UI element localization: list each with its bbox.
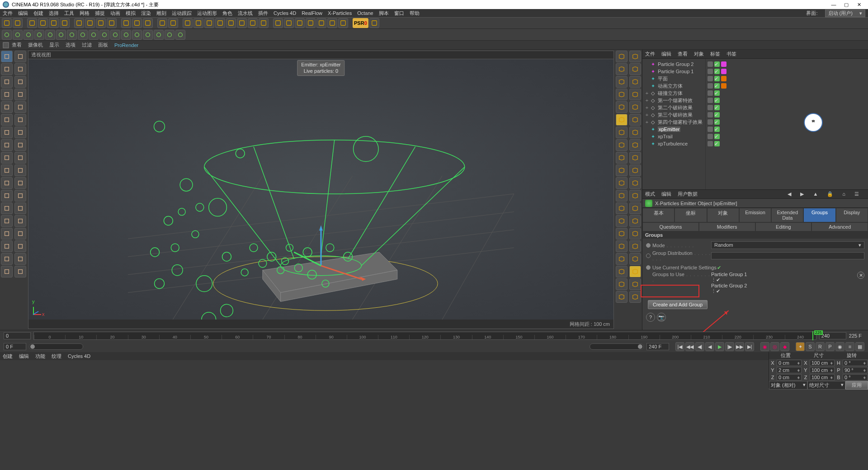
frame-fwd-button[interactable]: |▶ <box>725 342 734 351</box>
right-tool-0-18[interactable] <box>616 278 627 290</box>
render-view-button[interactable] <box>121 18 131 28</box>
bend-button[interactable] <box>284 18 294 28</box>
timeline-start[interactable]: 0 <box>4 332 31 339</box>
left-tool-0-12[interactable] <box>1 202 13 214</box>
right-tool-1-10[interactable] <box>629 177 641 189</box>
object-row[interactable]: +◇碰撞立方体 <box>644 89 703 97</box>
camera-button[interactable] <box>248 18 258 28</box>
viewstrip-过滤[interactable]: 过滤 <box>82 42 92 48</box>
objmenu-标签[interactable]: 标签 <box>710 51 720 57</box>
object-manager[interactable]: ✦Particle Group 2✦Particle Group 1✦平面✦动画… <box>642 59 868 190</box>
axis-x-button[interactable] <box>74 18 84 28</box>
objmenu-文件[interactable]: 文件 <box>645 51 655 57</box>
right-tool-0-14[interactable] <box>616 228 627 240</box>
axis-z-button[interactable] <box>96 18 106 28</box>
left-tool-1-13[interactable] <box>14 215 26 227</box>
right-tool-1-3[interactable] <box>629 89 641 100</box>
menu-模拟[interactable]: 模拟 <box>126 10 136 17</box>
menu-帮助[interactable]: 帮助 <box>410 10 420 17</box>
matmenu-功能[interactable]: 功能 <box>35 353 45 360</box>
viewstrip-选项[interactable]: 选项 <box>66 42 75 48</box>
right-tool-1-2[interactable] <box>629 76 641 88</box>
menu-捕捉[interactable]: 捕捉 <box>95 10 105 17</box>
nav-fwd-icon[interactable]: ▶ <box>800 191 804 197</box>
tab-Display[interactable]: Display <box>836 208 868 222</box>
left-tool-0-8[interactable] <box>1 152 13 164</box>
right-tool-0-12[interactable] <box>616 202 627 214</box>
tag-row[interactable]: ✔ <box>708 82 866 89</box>
null-button[interactable] <box>154 30 164 40</box>
tag-row[interactable]: ✔ <box>708 133 866 140</box>
menu-创建[interactable]: 创建 <box>33 10 43 17</box>
layout-selector[interactable]: 界面: 启动 (用户) ▾ <box>806 9 865 17</box>
wrench-button[interactable] <box>327 18 337 28</box>
coord-sys-button[interactable] <box>107 18 117 28</box>
range-end[interactable]: 240 F <box>646 343 669 350</box>
menu-文件[interactable]: 文件 <box>3 10 13 17</box>
left-tool-1-1[interactable] <box>14 63 26 75</box>
pen-button[interactable] <box>193 18 203 28</box>
objmenu-对象[interactable]: 对象 <box>694 51 704 57</box>
right-tool-1-6[interactable] <box>629 127 641 138</box>
menu-插件[interactable]: 插件 <box>258 10 268 17</box>
tag-row[interactable]: ✔ <box>708 68 866 75</box>
goto-start-button[interactable]: |◀ <box>675 342 684 351</box>
right-tool-0-13[interactable] <box>616 215 627 227</box>
menu-编辑[interactable]: 编辑 <box>18 10 28 17</box>
viewstrip-显示[interactable]: 显示 <box>49 42 59 48</box>
right-tool-0-8[interactable] <box>616 152 627 164</box>
timeline[interactable]: 0 225 0102030405060708090100110120130140… <box>0 330 868 341</box>
right-tool-0-10[interactable] <box>616 177 627 189</box>
left-tool-0-10[interactable] <box>1 177 13 189</box>
tab-坐标[interactable]: 坐标 <box>675 208 707 222</box>
object-row[interactable]: +◇第四个烟雾粒子效果 <box>644 118 703 126</box>
cylinder-button[interactable] <box>24 30 33 40</box>
left-tool-1-9[interactable] <box>14 164 26 176</box>
fx-button[interactable] <box>175 30 185 40</box>
left-tool-1-6[interactable] <box>14 127 26 138</box>
left-tool-0-2[interactable] <box>1 76 13 88</box>
right-tool-0-3[interactable] <box>616 89 627 100</box>
right-tool-0-16[interactable] <box>616 253 627 265</box>
nav-up-icon[interactable]: ▲ <box>813 191 818 197</box>
left-tool-1-5[interactable] <box>14 114 26 126</box>
tab-Groups[interactable]: Groups <box>803 208 835 222</box>
autokey-button[interactable]: ◎ <box>770 342 779 351</box>
tab-对象[interactable]: 对象 <box>707 208 739 222</box>
scale-button[interactable] <box>49 18 59 28</box>
right-tool-0-6[interactable] <box>616 127 627 138</box>
right-tool-1-15[interactable] <box>629 240 641 252</box>
viewstrip-面板[interactable]: 面板 <box>98 42 108 48</box>
maximize-button[interactable]: ▢ <box>840 2 853 8</box>
left-tool-1-10[interactable] <box>14 177 26 189</box>
disc-button[interactable] <box>67 30 77 40</box>
home-icon[interactable]: ⌂ <box>842 191 845 197</box>
right-tool-1-5[interactable] <box>629 114 641 126</box>
deformer-button[interactable] <box>226 18 236 28</box>
left-tool-1-0[interactable] <box>14 51 26 62</box>
right-tool-1-12[interactable] <box>629 202 641 214</box>
play-button[interactable]: ▶ <box>715 342 724 351</box>
range-slider-start[interactable] <box>29 343 83 350</box>
viewstrip-摄像机[interactable]: 摄像机 <box>28 42 43 48</box>
tag-row[interactable]: ✔ <box>708 89 866 97</box>
render-settings-button[interactable] <box>132 18 142 28</box>
render-queue-button[interactable] <box>143 18 153 28</box>
left-tool-1-3[interactable] <box>14 89 26 100</box>
tag-row[interactable]: ✔ <box>708 118 866 126</box>
undo-button[interactable] <box>2 18 12 28</box>
matmenu-Cycles 4D[interactable]: Cycles 4D <box>68 353 90 359</box>
viewport[interactable]: 透视视图 <box>28 51 614 329</box>
sphere-button[interactable] <box>13 30 23 40</box>
left-tool-0-14[interactable] <box>1 228 13 240</box>
key-pos-button[interactable]: ✦ <box>796 342 805 351</box>
right-tool-0-15[interactable] <box>616 240 627 252</box>
rotate-button[interactable] <box>60 18 70 28</box>
right-tool-0-7[interactable] <box>616 139 627 151</box>
viewstrip-prorender[interactable]: ProRender <box>114 42 138 48</box>
use-radio[interactable] <box>646 265 651 270</box>
attrmenu-编辑[interactable]: 编辑 <box>661 191 671 197</box>
menu-Cycles 4D[interactable]: Cycles 4D <box>274 10 296 16</box>
menu-Octane[interactable]: Octane <box>357 10 373 16</box>
timeline-options-button[interactable]: ≡ <box>845 342 854 351</box>
